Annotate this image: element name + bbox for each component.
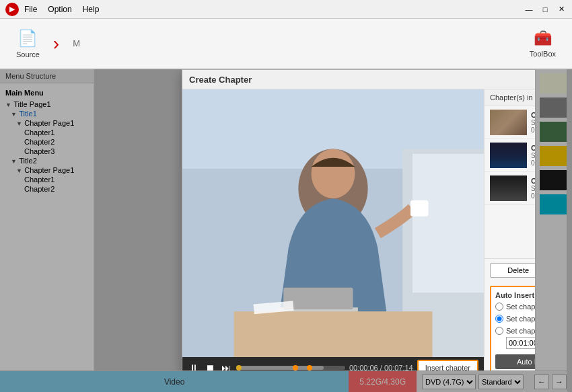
chapter-item[interactable]: Chapter1 Start time 00:00:00 [485,106,535,139]
chapters-header: Chapter(s) in total: 3 [485,89,535,106]
chapter3-start-label: Start time [531,185,535,192]
time-input-row: ▲ ▼ [506,337,535,349]
minimize-button[interactable]: — [524,4,534,15]
video-frame [182,89,484,357]
dialog-body: ⏸ ⏹ ⏭ 00:00:06 / 00:07:14 Insert chapter [182,89,535,370]
chapter2-thumb [490,143,527,168]
chapter-list: Chapter1 Start time 00:00:00 Chapter2 St… [485,106,535,258]
toolbox-button[interactable]: 🧰 ToolBox [519,19,567,68]
toolbox-icon: 🧰 [534,30,552,47]
main-area: Create Chapter ✕ [94,69,535,370]
insert-chapter-button[interactable]: Insert chapter [417,360,478,370]
window-controls[interactable]: — □ ✕ [524,4,567,15]
toolbar-middle: M [62,19,519,68]
menu-option[interactable]: Option [48,5,71,14]
chapters-panel: Chapter(s) in total: 3 Chapter1 Start ti… [484,89,535,370]
main-toolbar: 📄 Source › M 🧰 ToolBox [0,19,572,69]
chapter1-start-label: Start time [531,119,535,126]
radio-chapter-length[interactable] [495,327,503,335]
chapter1-time: 00:00:00 [531,126,535,134]
svg-rect-8 [283,288,353,309]
toolbox-label: ToolBox [530,50,556,58]
chapter3-time: 00:05:06 [531,192,535,200]
chapter-actions: Delete Delete All [485,258,535,282]
source-label: Source [16,50,40,58]
chapter2-info: Chapter2 Start time 00:03:22 [531,144,535,167]
menu-help[interactable]: Help [83,5,100,14]
title-bar: ▶ File Option Help — □ ✕ [0,0,572,19]
radio-set-chapters-row: Set chapters: [495,313,535,325]
radio-by-file-label: Set chapter by file(s) [506,303,535,311]
chapter3-name: Chapter3 [531,177,535,185]
svg-point-5 [312,149,355,198]
radio-chapter-length-row: Set chapter length: [495,327,535,335]
video-container [182,89,484,357]
logo-icon: ▶ [9,5,15,13]
chapter3-info: Chapter3 Start time 00:05:06 [531,177,535,200]
app-logo: ▶ [5,3,19,16]
chapter-item[interactable]: Chapter2 Start time 00:03:22 [485,139,535,172]
radio-set-chapters[interactable] [495,315,503,323]
auto-insert-section: Auto Insert Chapter Set chapter by file(… [490,286,535,370]
menu-file[interactable]: File [24,5,37,14]
radio-chapter-length-label: Set chapter length: [506,327,535,335]
chapter2-start-label: Start time [531,152,535,159]
chapter3-thumb [490,175,527,201]
time-display: 00:00:06 / 00:07:14 [349,364,413,370]
radio-by-file[interactable] [495,303,503,311]
chapter-item[interactable]: Chapter3 Start time 00:05:06 [485,172,535,205]
create-chapter-dialog: Create Chapter ✕ [182,69,535,370]
svg-rect-6 [410,200,429,217]
chapter1-thumb [490,110,527,135]
maximize-button[interactable]: □ [540,4,550,15]
auto-insert-button[interactable]: Auto Insert chapter [495,354,535,369]
chapter2-time: 00:03:22 [531,159,535,167]
timeline-marker-start [236,365,242,370]
chapter-length-input[interactable] [506,337,535,349]
auto-insert-title: Auto Insert Chapter [495,291,535,299]
menu-bar[interactable]: File Option Help [24,5,99,14]
radio-by-file-row: Set chapter by file(s) [495,303,535,311]
toolbar-chevron: › [50,19,62,68]
dialog-title-bar: Create Chapter ✕ [182,70,535,89]
video-scene [182,89,484,357]
source-button[interactable]: 📄 Source [5,19,50,68]
chapter1-info: Chapter1 Start time 00:00:00 [531,111,535,134]
stop-button[interactable]: ⏹ [204,362,216,370]
svg-rect-3 [413,154,484,292]
radio-set-chapters-label: Set chapters: [506,315,535,323]
video-area: ⏸ ⏹ ⏭ 00:00:06 / 00:07:14 Insert chapter [182,89,484,370]
dialog-title: Create Chapter [189,75,252,85]
close-button[interactable]: ✕ [556,4,567,15]
delete-button[interactable]: Delete [490,263,535,278]
chapter1-name: Chapter1 [531,111,535,119]
chapters-total-label: Chapter(s) in total: [490,93,535,102]
chapter2-name: Chapter2 [531,144,535,152]
svg-rect-9 [234,311,433,357]
skip-button[interactable]: ⏭ [220,362,232,370]
timeline[interactable] [236,366,345,370]
content-area: Menu Structure Main Menu ▼ Title Page1 ▼… [0,69,572,370]
source-icon: 📄 [17,29,38,48]
video-controls: ⏸ ⏹ ⏭ 00:00:06 / 00:07:14 Insert chapter [182,357,484,370]
play-pause-button[interactable]: ⏸ [188,362,200,370]
